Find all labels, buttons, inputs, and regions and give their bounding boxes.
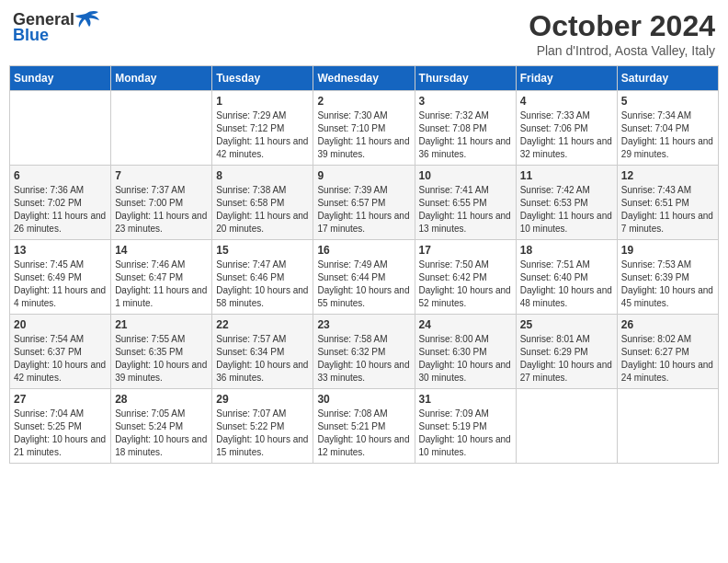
calendar-cell: 1Sunrise: 7:29 AM Sunset: 7:12 PM Daylig…: [212, 91, 313, 166]
calendar-cell: 23Sunrise: 7:58 AM Sunset: 6:32 PM Dayli…: [313, 315, 415, 389]
day-number: 16: [317, 244, 410, 257]
calendar-cell: [516, 389, 617, 464]
calendar-cell: 7Sunrise: 7:37 AM Sunset: 7:00 PM Daylig…: [111, 166, 212, 240]
cell-content: Sunrise: 7:55 AM Sunset: 6:35 PM Dayligh…: [115, 333, 208, 385]
calendar-table: SundayMondayTuesdayWednesdayThursdayFrid…: [9, 65, 719, 464]
cell-content: Sunrise: 7:50 AM Sunset: 6:42 PM Dayligh…: [419, 259, 512, 310]
calendar-cell: 2Sunrise: 7:30 AM Sunset: 7:10 PM Daylig…: [313, 91, 415, 166]
calendar-cell: 28Sunrise: 7:05 AM Sunset: 5:24 PM Dayli…: [111, 389, 212, 464]
cell-content: Sunrise: 7:09 AM Sunset: 5:19 PM Dayligh…: [419, 408, 512, 459]
cell-content: Sunrise: 7:36 AM Sunset: 7:02 PM Dayligh…: [14, 184, 107, 236]
day-number: 25: [520, 318, 613, 331]
calendar-cell: 4Sunrise: 7:33 AM Sunset: 7:06 PM Daylig…: [516, 91, 617, 166]
day-number: 1: [216, 95, 309, 108]
header-day-thursday: Thursday: [415, 66, 516, 91]
day-number: 4: [520, 95, 613, 108]
header-day-friday: Friday: [516, 66, 617, 91]
calendar-cell: 8Sunrise: 7:38 AM Sunset: 6:58 PM Daylig…: [212, 166, 313, 240]
day-number: 6: [14, 169, 107, 182]
cell-content: Sunrise: 7:54 AM Sunset: 6:37 PM Dayligh…: [14, 333, 107, 385]
header-day-wednesday: Wednesday: [313, 66, 415, 91]
calendar-cell: 11Sunrise: 7:42 AM Sunset: 6:53 PM Dayli…: [516, 166, 617, 240]
day-number: 21: [115, 318, 208, 331]
cell-content: Sunrise: 7:57 AM Sunset: 6:34 PM Dayligh…: [216, 333, 309, 385]
calendar-cell: 14Sunrise: 7:46 AM Sunset: 6:47 PM Dayli…: [111, 240, 212, 315]
day-number: 7: [115, 169, 208, 182]
cell-content: Sunrise: 7:08 AM Sunset: 5:21 PM Dayligh…: [317, 408, 410, 459]
day-number: 22: [216, 318, 309, 331]
header-day-monday: Monday: [111, 66, 212, 91]
calendar-cell: 12Sunrise: 7:43 AM Sunset: 6:51 PM Dayli…: [617, 166, 718, 240]
day-number: 24: [419, 318, 512, 331]
day-number: 28: [115, 393, 208, 406]
day-number: 19: [621, 244, 714, 257]
title-area: October 2024 Plan d'Introd, Aosta Valley…: [529, 9, 715, 58]
cell-content: Sunrise: 7:41 AM Sunset: 6:55 PM Dayligh…: [419, 184, 512, 236]
day-number: 27: [14, 393, 107, 406]
day-number: 13: [14, 244, 107, 257]
cell-content: Sunrise: 7:47 AM Sunset: 6:46 PM Dayligh…: [216, 259, 309, 310]
cell-content: Sunrise: 7:39 AM Sunset: 6:57 PM Dayligh…: [317, 184, 410, 236]
calendar-cell: 21Sunrise: 7:55 AM Sunset: 6:35 PM Dayli…: [111, 315, 212, 389]
day-number: 29: [216, 393, 309, 406]
calendar-cell: 13Sunrise: 7:45 AM Sunset: 6:49 PM Dayli…: [10, 240, 111, 315]
calendar-cell: 26Sunrise: 8:02 AM Sunset: 6:27 PM Dayli…: [617, 315, 718, 389]
calendar-week-row: 6Sunrise: 7:36 AM Sunset: 7:02 PM Daylig…: [10, 166, 719, 240]
day-number: 11: [520, 169, 613, 182]
day-number: 30: [317, 393, 410, 406]
cell-content: Sunrise: 7:38 AM Sunset: 6:58 PM Dayligh…: [216, 184, 309, 236]
calendar-week-row: 27Sunrise: 7:04 AM Sunset: 5:25 PM Dayli…: [10, 389, 719, 464]
header: General Blue October 2024 Plan d'Introd,…: [9, 9, 719, 58]
day-number: 8: [216, 169, 309, 182]
day-number: 20: [14, 318, 107, 331]
logo-bird-icon: [74, 9, 100, 29]
day-number: 15: [216, 244, 309, 257]
calendar-cell: [10, 91, 111, 166]
calendar-week-row: 13Sunrise: 7:45 AM Sunset: 6:49 PM Dayli…: [10, 240, 719, 315]
header-day-tuesday: Tuesday: [212, 66, 313, 91]
day-number: 3: [419, 95, 512, 108]
day-number: 2: [317, 95, 410, 108]
cell-content: Sunrise: 7:05 AM Sunset: 5:24 PM Dayligh…: [115, 408, 208, 459]
month-title: October 2024: [529, 9, 715, 43]
cell-content: Sunrise: 7:32 AM Sunset: 7:08 PM Dayligh…: [419, 109, 512, 161]
calendar-cell: 18Sunrise: 7:51 AM Sunset: 6:40 PM Dayli…: [516, 240, 617, 315]
cell-content: Sunrise: 7:42 AM Sunset: 6:53 PM Dayligh…: [520, 184, 613, 236]
calendar-week-row: 20Sunrise: 7:54 AM Sunset: 6:37 PM Dayli…: [10, 315, 719, 389]
day-number: 12: [621, 169, 714, 182]
cell-content: Sunrise: 7:45 AM Sunset: 6:49 PM Dayligh…: [14, 259, 107, 310]
day-number: 18: [520, 244, 613, 257]
cell-content: Sunrise: 7:49 AM Sunset: 6:44 PM Dayligh…: [317, 259, 410, 310]
cell-content: Sunrise: 7:46 AM Sunset: 6:47 PM Dayligh…: [115, 259, 208, 310]
calendar-cell: 25Sunrise: 8:01 AM Sunset: 6:29 PM Dayli…: [516, 315, 617, 389]
cell-content: Sunrise: 7:58 AM Sunset: 6:32 PM Dayligh…: [317, 333, 410, 385]
calendar-cell: [617, 389, 718, 464]
cell-content: Sunrise: 8:02 AM Sunset: 6:27 PM Dayligh…: [621, 333, 714, 385]
day-number: 31: [419, 393, 512, 406]
cell-content: Sunrise: 7:53 AM Sunset: 6:39 PM Dayligh…: [621, 259, 714, 310]
cell-content: Sunrise: 7:37 AM Sunset: 7:00 PM Dayligh…: [115, 184, 208, 236]
day-number: 26: [621, 318, 714, 331]
day-number: 17: [419, 244, 512, 257]
calendar-cell: 17Sunrise: 7:50 AM Sunset: 6:42 PM Dayli…: [415, 240, 516, 315]
day-number: 9: [317, 169, 410, 182]
calendar-cell: 24Sunrise: 8:00 AM Sunset: 6:30 PM Dayli…: [415, 315, 516, 389]
cell-content: Sunrise: 7:04 AM Sunset: 5:25 PM Dayligh…: [14, 408, 107, 459]
calendar-cell: 15Sunrise: 7:47 AM Sunset: 6:46 PM Dayli…: [212, 240, 313, 315]
calendar-cell: 31Sunrise: 7:09 AM Sunset: 5:19 PM Dayli…: [415, 389, 516, 464]
header-day-sunday: Sunday: [10, 66, 111, 91]
cell-content: Sunrise: 7:29 AM Sunset: 7:12 PM Dayligh…: [216, 109, 309, 161]
cell-content: Sunrise: 7:51 AM Sunset: 6:40 PM Dayligh…: [520, 259, 613, 310]
calendar-cell: 22Sunrise: 7:57 AM Sunset: 6:34 PM Dayli…: [212, 315, 313, 389]
calendar-body: 1Sunrise: 7:29 AM Sunset: 7:12 PM Daylig…: [10, 91, 719, 464]
calendar-cell: [111, 91, 212, 166]
cell-content: Sunrise: 8:00 AM Sunset: 6:30 PM Dayligh…: [419, 333, 512, 385]
calendar-cell: 10Sunrise: 7:41 AM Sunset: 6:55 PM Dayli…: [415, 166, 516, 240]
calendar-header-row: SundayMondayTuesdayWednesdayThursdayFrid…: [10, 66, 719, 91]
calendar-cell: 19Sunrise: 7:53 AM Sunset: 6:39 PM Dayli…: [617, 240, 718, 315]
location-title: Plan d'Introd, Aosta Valley, Italy: [529, 43, 715, 58]
cell-content: Sunrise: 7:07 AM Sunset: 5:22 PM Dayligh…: [216, 408, 309, 459]
logo-blue-text: Blue: [13, 26, 49, 45]
logo: General Blue: [13, 9, 100, 45]
calendar-cell: 16Sunrise: 7:49 AM Sunset: 6:44 PM Dayli…: [313, 240, 415, 315]
